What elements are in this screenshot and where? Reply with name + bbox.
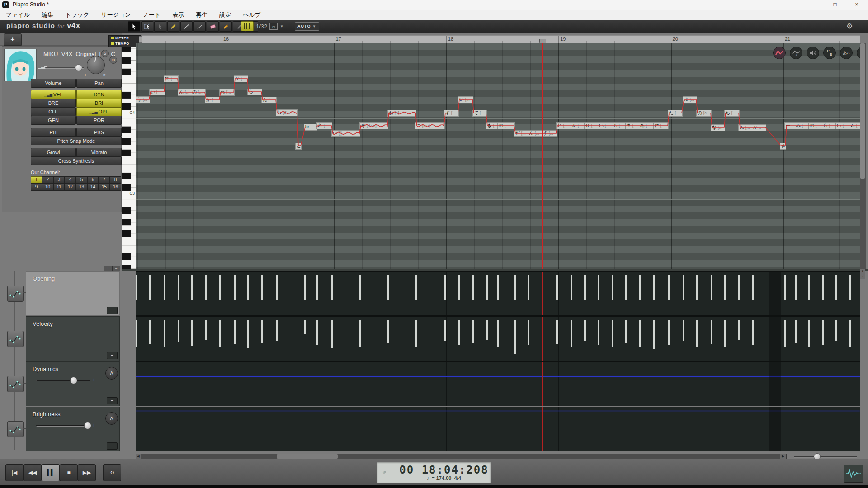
menu-item[interactable]: 編集	[36, 10, 59, 20]
lane-content-dynamics[interactable]	[136, 361, 860, 406]
solo-button[interactable]: S	[101, 50, 109, 57]
minimize-button[interactable]: –	[807, 0, 822, 9]
phoneme-display-icon[interactable]: [a]	[857, 47, 860, 59]
menu-item[interactable]: トラック	[59, 10, 95, 20]
param-button-dyn[interactable]: DYN	[76, 90, 122, 99]
menu-item[interactable]: ノート	[137, 10, 167, 20]
out-channel-12[interactable]: 12	[65, 183, 76, 191]
param-button-gen[interactable]: GEN	[31, 116, 76, 125]
menu-item[interactable]: 設定	[213, 10, 237, 20]
param-button-bre[interactable]: BRE	[31, 99, 76, 108]
zoom-in-icon[interactable]: +	[860, 274, 865, 279]
out-channel-7[interactable]: 7	[99, 176, 110, 183]
lane-panel-brightness[interactable]: Brightness−A−+	[26, 407, 120, 451]
lane-collapse-button[interactable]: −	[107, 442, 118, 450]
close-button[interactable]: ×	[849, 0, 864, 9]
param-button-pan[interactable]: Pan	[76, 79, 122, 88]
lane-collapse-button[interactable]: −	[107, 352, 118, 359]
glue-tool[interactable]	[220, 21, 232, 32]
out-channel-11[interactable]: 11	[53, 183, 65, 191]
line-tool[interactable]	[180, 21, 193, 32]
pause-button[interactable]: ▌▌	[42, 464, 60, 481]
lane-auto-button[interactable]: A	[105, 367, 118, 380]
piano-keyboard[interactable]: C4C3	[122, 47, 136, 269]
skip-start-button[interactable]: |◀	[5, 464, 24, 481]
out-channel-4[interactable]: 4	[65, 176, 76, 183]
rewind-button[interactable]: ◀◀	[24, 464, 42, 481]
eraser-tool[interactable]	[207, 21, 219, 32]
lane-collapse-button[interactable]: −	[107, 307, 118, 314]
param-button-pit[interactable]: PIT	[31, 128, 76, 137]
zoom-slider-track[interactable]	[794, 456, 857, 458]
grid-value[interactable]: 1/32	[256, 23, 267, 30]
lane-curve-toggle[interactable]	[7, 376, 24, 392]
param-button-bri[interactable]: BRI	[76, 99, 122, 108]
measure-ruler[interactable]: 161718192021	[142, 35, 860, 43]
out-channel-2[interactable]: 2	[42, 176, 53, 183]
pointer-region-tool[interactable]	[141, 21, 153, 32]
param-button-cross-synthesis[interactable]: Cross Synthesis	[31, 156, 122, 165]
out-channel-1[interactable]: 1	[31, 176, 42, 183]
lane-slider-track[interactable]	[36, 380, 90, 381]
out-channel-16[interactable]: 16	[110, 183, 121, 191]
speaker-icon[interactable]	[807, 47, 819, 59]
menu-item[interactable]: 表示	[166, 10, 190, 20]
scroll-right-icon[interactable]: ▶	[780, 454, 786, 459]
out-channel-9[interactable]: 9	[31, 183, 42, 191]
lane-collapse-button[interactable]: −	[107, 397, 118, 404]
lane-content-opening[interactable]	[136, 271, 860, 316]
lane-curve-toggle[interactable]	[7, 331, 24, 347]
grid-caret-icon[interactable]: ▼	[280, 24, 283, 28]
gear-icon[interactable]: ⚙	[846, 22, 853, 30]
param-button-vel[interactable]: ▁▃▅VEL	[31, 90, 76, 99]
pencil-tool[interactable]	[167, 21, 179, 32]
out-channel-15[interactable]: 15	[99, 183, 110, 191]
lane-content-brightness[interactable]	[136, 407, 860, 451]
piano-score-icon[interactable]: PS	[823, 47, 836, 59]
vertical-scrollbar-thumb[interactable]	[860, 43, 865, 179]
fast-forward-button[interactable]: ▶▶	[78, 464, 96, 481]
maximize-button[interactable]: □	[827, 0, 843, 9]
mute-button[interactable]: m	[109, 56, 117, 64]
param-button-vibrato[interactable]: Vibrato	[76, 148, 122, 157]
horizontal-scrollbar-thumb[interactable]	[277, 454, 338, 459]
menu-item[interactable]: 再生	[190, 10, 213, 20]
out-channel-3[interactable]: 3	[53, 176, 65, 183]
param-button-growl[interactable]: Growl	[31, 148, 76, 157]
lane-curve-toggle[interactable]	[7, 421, 24, 437]
note-length-icon[interactable]: ┌┐	[269, 23, 278, 30]
pitch-line-icon[interactable]	[773, 47, 786, 59]
loop-button[interactable]: ↻	[103, 464, 121, 481]
menu-item[interactable]: ファイル	[0, 10, 36, 20]
add-track-button[interactable]: +	[4, 33, 22, 46]
miku-avatar[interactable]	[4, 49, 37, 81]
param-button-pbs[interactable]: PBS	[76, 128, 122, 137]
menu-item[interactable]: リージョン	[95, 10, 137, 20]
lane-auto-button[interactable]: A	[105, 412, 118, 425]
out-channel-6[interactable]: 6	[87, 176, 99, 183]
lane-panel-dynamics[interactable]: Dynamics−A−+	[26, 361, 120, 406]
waveform-monitor[interactable]	[844, 465, 863, 483]
out-channel-5[interactable]: 5	[76, 176, 87, 183]
piano-roll[interactable]: 4 PS あA [a] う [...い [...て [...ん [...の [.…	[136, 43, 860, 269]
curve-tool[interactable]	[193, 21, 206, 32]
out-channel-13[interactable]: 13	[76, 183, 87, 191]
lane-slider-thumb[interactable]	[70, 377, 77, 384]
out-channel-14[interactable]: 14	[87, 183, 99, 191]
param-button-ope[interactable]: ▁▃▅OPE	[76, 107, 122, 116]
volume-slider-thumb[interactable]	[75, 64, 82, 71]
out-channel-8[interactable]: 8	[110, 176, 121, 183]
scroll-down-icon[interactable]: ▼	[860, 269, 865, 274]
out-channel-10[interactable]: 10	[42, 183, 53, 191]
param-button-volume[interactable]: Volume	[31, 79, 76, 88]
lane-slider-thumb[interactable]	[84, 422, 91, 429]
lane-curve-toggle[interactable]	[7, 286, 24, 302]
param-button-pitch-snap-mode[interactable]: Pitch Snap Mode	[31, 136, 122, 145]
menu-item[interactable]: ヘルプ	[237, 10, 267, 20]
lane-panel-velocity[interactable]: Velocity−	[26, 316, 120, 361]
pointer-tool[interactable]	[128, 21, 140, 32]
pitch-original-icon[interactable]: 4	[790, 47, 802, 59]
kana-display-icon[interactable]: あA	[840, 47, 853, 59]
auto-button[interactable]: AUTO ▼	[295, 22, 319, 31]
param-button-cle[interactable]: CLE	[31, 107, 76, 116]
